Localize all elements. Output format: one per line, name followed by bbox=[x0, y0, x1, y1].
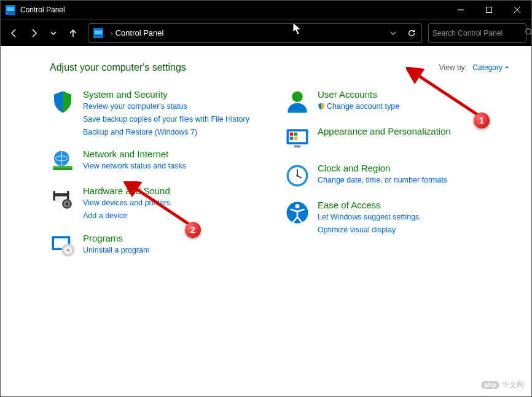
svg-rect-4 bbox=[95, 34, 102, 36]
svg-rect-2 bbox=[487, 7, 492, 13]
recent-dropdown-button[interactable] bbox=[45, 25, 62, 42]
search-input[interactable] bbox=[432, 29, 525, 37]
category-link[interactable]: Review your computer's status bbox=[83, 101, 249, 112]
category-programs: Programs Uninstall a program bbox=[50, 233, 275, 259]
watermark: php 中文网 bbox=[481, 380, 524, 390]
address-dropdown-button[interactable] bbox=[385, 30, 402, 36]
category-clock-region: Clock and Region Change date, time, or n… bbox=[284, 163, 509, 189]
back-button[interactable] bbox=[6, 25, 23, 42]
category-link[interactable]: Optimize visual display bbox=[318, 224, 419, 236]
svg-rect-25 bbox=[290, 137, 293, 140]
svg-rect-1 bbox=[7, 11, 14, 12]
view-by-control: View by: Category bbox=[439, 63, 509, 72]
svg-rect-3 bbox=[95, 30, 102, 35]
svg-rect-8 bbox=[53, 166, 72, 168]
uac-shield-icon bbox=[318, 103, 325, 110]
category-title[interactable]: Hardware and Sound bbox=[83, 186, 170, 196]
watermark-text: 中文网 bbox=[502, 380, 524, 390]
category-title[interactable]: Clock and Region bbox=[318, 163, 447, 173]
accessibility-icon bbox=[284, 200, 310, 226]
category-link[interactable]: Save backup copies of your files with Fi… bbox=[83, 114, 249, 125]
category-title[interactable]: Ease of Access bbox=[318, 200, 419, 210]
category-user-accounts: User Accounts Change account type bbox=[284, 89, 509, 115]
search-icon bbox=[525, 28, 532, 39]
chevron-right-icon: › bbox=[111, 29, 113, 37]
address-bar[interactable]: › Control Panel bbox=[88, 23, 422, 43]
chevron-down-icon bbox=[504, 65, 509, 70]
title-bar: Control Panel bbox=[1, 1, 531, 19]
category-link[interactable]: Change account type bbox=[318, 101, 399, 112]
window-title: Control Panel bbox=[20, 6, 447, 14]
close-button[interactable] bbox=[503, 1, 531, 19]
svg-point-32 bbox=[295, 204, 300, 208]
category-title[interactable]: Network and Internet bbox=[83, 149, 186, 159]
up-button[interactable] bbox=[65, 25, 82, 42]
globe-icon bbox=[50, 149, 76, 175]
right-column: User Accounts Change account type Appear… bbox=[284, 89, 509, 259]
category-link[interactable]: View devices and printers bbox=[83, 197, 170, 209]
category-title[interactable]: User Accounts bbox=[318, 89, 399, 100]
svg-point-30 bbox=[296, 175, 299, 177]
category-link[interactable]: View network status and tasks bbox=[83, 160, 186, 172]
category-link[interactable]: Change date, time, or number formats bbox=[318, 175, 447, 186]
page-heading: Adjust your computer's settings bbox=[50, 62, 439, 73]
category-title[interactable]: System and Security bbox=[83, 89, 249, 100]
refresh-button[interactable] bbox=[402, 29, 421, 37]
svg-point-5 bbox=[526, 28, 531, 34]
address-icon bbox=[93, 28, 103, 38]
user-icon bbox=[284, 89, 310, 115]
svg-rect-10 bbox=[55, 189, 67, 194]
category-link[interactable]: Add a device bbox=[83, 210, 170, 222]
address-path[interactable]: Control Panel bbox=[115, 28, 385, 37]
category-link[interactable]: Let Windows suggest settings bbox=[318, 211, 419, 223]
programs-icon bbox=[50, 233, 76, 259]
category-ease-of-access: Ease of Access Let Windows suggest setti… bbox=[284, 200, 509, 236]
watermark-badge: php bbox=[481, 381, 499, 389]
svg-rect-26 bbox=[294, 137, 297, 140]
category-title[interactable]: Programs bbox=[83, 233, 149, 243]
category-appearance: Appearance and Personalization bbox=[284, 126, 509, 152]
category-system-security: System and Security Review your computer… bbox=[50, 89, 275, 138]
svg-point-14 bbox=[65, 202, 68, 205]
minimize-button[interactable] bbox=[447, 1, 475, 19]
svg-rect-27 bbox=[294, 146, 301, 148]
category-hardware-sound: Hardware and Sound View devices and prin… bbox=[50, 186, 275, 222]
left-column: System and Security Review your computer… bbox=[50, 89, 275, 259]
forward-button[interactable] bbox=[25, 25, 42, 42]
shield-icon bbox=[50, 89, 76, 115]
view-by-label: View by: bbox=[439, 63, 467, 72]
navigation-bar: › Control Panel bbox=[1, 19, 531, 46]
svg-point-19 bbox=[67, 249, 69, 251]
category-title[interactable]: Appearance and Personalization bbox=[318, 126, 451, 136]
svg-point-20 bbox=[292, 92, 303, 103]
monitor-icon bbox=[284, 126, 310, 152]
clock-icon bbox=[284, 163, 310, 189]
maximize-button[interactable] bbox=[475, 1, 503, 19]
category-link[interactable]: Uninstall a program bbox=[83, 245, 149, 256]
svg-rect-23 bbox=[290, 133, 293, 136]
category-network: Network and Internet View network status… bbox=[50, 149, 275, 175]
content-area: Adjust your computer's settings View by:… bbox=[1, 46, 531, 396]
view-by-dropdown[interactable]: Category bbox=[472, 63, 509, 72]
svg-rect-0 bbox=[7, 7, 14, 12]
svg-rect-24 bbox=[294, 133, 297, 136]
category-link[interactable]: Backup and Restore (Windows 7) bbox=[83, 127, 249, 138]
app-icon bbox=[6, 5, 15, 15]
search-box[interactable] bbox=[428, 23, 526, 43]
printer-icon bbox=[50, 186, 76, 211]
